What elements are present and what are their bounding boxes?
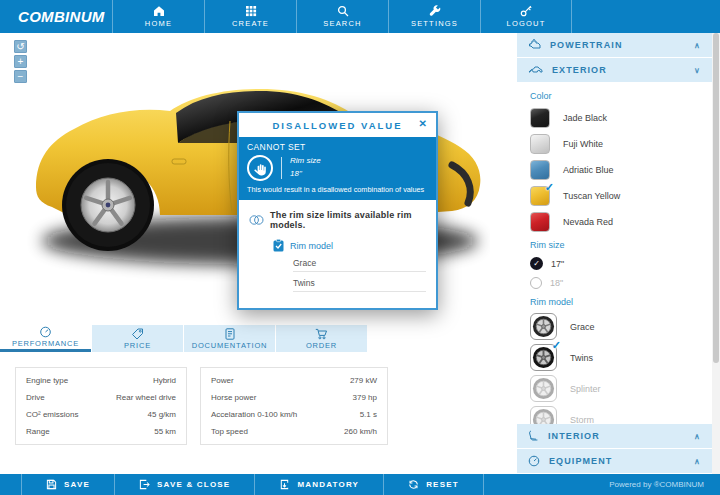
mandatory-label: MANDATORY [297, 480, 359, 489]
zoom-out-button[interactable]: − [14, 70, 27, 83]
home-icon [153, 5, 165, 17]
spec-row-engine-type: Engine type Hybrid [16, 372, 186, 389]
spec-row-drive: Drive Rear wheel drive [16, 389, 186, 406]
color-option-jade-black[interactable]: Jade Black [530, 105, 712, 131]
nav-logout-button[interactable]: LOGOUT [480, 0, 572, 33]
info-tabs: PERFORMANCE PRICE DOCUMENTATION ORDER [0, 325, 517, 352]
section-exterior[interactable]: EXTERIOR ∨ [517, 58, 712, 82]
spec-row-range: Range 55 km [16, 423, 186, 440]
canvas-zoom-controls: ↺ + − [14, 40, 27, 83]
related-option-label: Rim model [290, 241, 333, 251]
color-swatch-fuji-white [530, 134, 550, 154]
logout-icon [520, 5, 532, 17]
related-rim-grace[interactable]: Grace [293, 252, 426, 272]
spec-label: CO² emissions [26, 410, 78, 419]
rim-model-splinter[interactable]: Splinter [530, 373, 712, 404]
color-option-nevada-red[interactable]: Nevada Red [530, 209, 712, 235]
section-interior[interactable]: INTERIOR ∧ [517, 424, 712, 448]
spec-label: Engine type [26, 376, 68, 385]
mandatory-icon [279, 479, 290, 490]
color-swatch-nevada-red [530, 212, 550, 232]
rim-model-storm[interactable]: Storm [530, 404, 712, 424]
save-and-close-button[interactable]: SAVE & CLOSE [115, 474, 255, 495]
nav-settings-button[interactable]: SETTINGS [388, 0, 480, 33]
zoom-in-button[interactable]: + [14, 55, 27, 68]
scrollbar-thumb[interactable] [713, 33, 719, 363]
rim-size-18[interactable]: 18" [530, 273, 712, 292]
reset-button[interactable]: RESET [384, 474, 484, 495]
rim-size-group-label: Rim size [530, 240, 712, 250]
engine-icon [528, 39, 541, 51]
save-button[interactable]: SAVE [22, 474, 115, 495]
rim-image-grace [530, 313, 557, 340]
save-icon [46, 479, 57, 490]
spec-value: 260 km/h [344, 427, 377, 436]
performance-panel: Engine type Hybrid Drive Rear wheel driv… [0, 352, 517, 474]
spec-value: 55 km [154, 427, 176, 436]
sidebar-scrollbar[interactable] [712, 33, 720, 474]
nav-home-button[interactable]: HOME [112, 0, 204, 33]
tab-documentation[interactable]: DOCUMENTATION [184, 325, 275, 352]
disallowed-field: Rim size 18" [290, 155, 321, 181]
color-option-label: Tuscan Yellow [563, 191, 620, 201]
seat-icon [528, 430, 539, 442]
color-swatch-jade-black [530, 108, 550, 128]
dialog-body: The rim size limits available rim models… [239, 200, 436, 308]
rim-size-17[interactable]: ✓ 17" [530, 254, 712, 273]
color-option-fuji-white[interactable]: Fuji White [530, 131, 712, 157]
spec-value: Rear wheel drive [116, 393, 176, 402]
tab-price[interactable]: PRICE [92, 325, 183, 352]
spec-label: Accelaration 0-100 km/h [211, 410, 297, 419]
spec-label: Top speed [211, 427, 248, 436]
spec-row-power: Power 279 kW [201, 372, 387, 389]
color-option-label: Adriatic Blue [563, 165, 614, 175]
spec-label: Power [211, 376, 234, 385]
app-logo: COMBINUM [0, 0, 112, 33]
tab-performance-label: PERFORMANCE [12, 339, 79, 348]
gauge-icon [528, 455, 540, 467]
color-swatch-tuscan-yellow: ✓ [530, 186, 550, 206]
section-exterior-label: EXTERIOR [552, 65, 607, 75]
rim-model-twins[interactable]: ✓ Twins [530, 342, 712, 373]
rim-model-label: Splinter [570, 384, 601, 394]
rim-size-label: 17" [551, 259, 564, 269]
save-and-close-label: SAVE & CLOSE [157, 480, 230, 489]
disallowed-field-name: Rim size [290, 155, 321, 168]
nav-create-button[interactable]: CREATE [204, 0, 296, 33]
banner-note: This would result in a disallowed combin… [247, 185, 428, 194]
close-icon[interactable]: ✕ [419, 119, 429, 129]
section-equipment[interactable]: EQUIPMENT ∧ [517, 449, 712, 473]
rim-image-splinter [530, 375, 557, 402]
tab-order[interactable]: ORDER [276, 325, 367, 352]
spec-row-topspeed: Top speed 260 km/h [201, 423, 387, 440]
spec-label: Horse power [211, 393, 256, 402]
radio-unselected-icon [530, 277, 542, 289]
rim-model-label: Storm [570, 415, 594, 425]
color-option-tuscan-yellow[interactable]: ✓ Tuscan Yellow [530, 183, 712, 209]
car-canvas: ↺ + − [0, 33, 517, 325]
nav-search-button[interactable]: SEARCH [296, 0, 388, 33]
nav-home-label: HOME [145, 19, 172, 28]
section-powertrain[interactable]: POWERTRAIN ∧ [517, 33, 712, 57]
dialog-title: DISALLOWED VALUE [273, 120, 403, 131]
tab-performance[interactable]: PERFORMANCE [0, 325, 91, 352]
cannot-set-banner: CANNOT SET Rim size 18" This would resul… [239, 137, 436, 200]
stop-hand-icon [247, 155, 273, 181]
spec-row-horsepower: Horse power 379 hp [201, 389, 387, 406]
related-rim-twins[interactable]: Twins [293, 272, 426, 292]
color-option-label: Jade Black [563, 113, 607, 123]
rim-model-grace[interactable]: Grace [530, 311, 712, 342]
nav-logout-label: LOGOUT [507, 19, 546, 28]
color-option-adriatic-blue[interactable]: Adriatic Blue [530, 157, 712, 183]
mandatory-button[interactable]: MANDATORY [255, 474, 384, 495]
rim-model-group-label: Rim model [530, 297, 712, 307]
reset-view-button[interactable]: ↺ [14, 40, 27, 53]
color-option-label: Fuji White [563, 139, 603, 149]
color-swatch-adriatic-blue [530, 160, 550, 180]
chevron-up-icon: ∧ [694, 432, 701, 441]
chevron-up-icon: ∧ [694, 457, 701, 466]
reset-label: RESET [426, 480, 459, 489]
tab-order-label: ORDER [306, 341, 337, 350]
reset-icon [408, 479, 419, 490]
radio-selected-icon: ✓ [530, 257, 543, 270]
